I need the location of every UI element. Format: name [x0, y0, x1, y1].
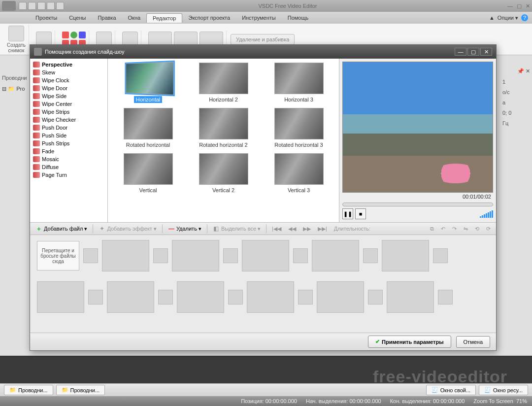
nav-first-button[interactable]: |◀◀ [269, 225, 284, 233]
transition-item[interactable]: Wipe Strips [32, 108, 105, 116]
tab-explorer-2[interactable]: 📁 Проводни... [56, 385, 105, 395]
add-effect-button[interactable]: ✦Добавить эффект ▾ [96, 224, 159, 233]
gallery-item[interactable]: Rotated horizontal [112, 108, 184, 148]
gallery-item[interactable]: Rotated horizontal 2 [187, 108, 260, 148]
clip-slot[interactable] [317, 281, 364, 313]
minimize-button[interactable]: — [507, 3, 513, 9]
transition-list[interactable]: PerspectiveSkewWipe ClockWipe DoorWipe S… [30, 59, 108, 222]
gallery-item[interactable]: Horizontal 2 [187, 63, 260, 103]
gallery-item[interactable]: Horizontal 3 [263, 63, 335, 103]
menu-editor[interactable]: Редактор [146, 13, 182, 23]
clip-slot[interactable] [172, 240, 219, 271]
transition-item[interactable]: Push Strips [32, 139, 105, 147]
cancel-button[interactable]: Отмена [456, 336, 490, 348]
clip-slot[interactable] [177, 281, 224, 313]
project-tree-root[interactable]: ⊟ 📁 Pro [2, 86, 25, 92]
transition-slot[interactable] [363, 248, 378, 263]
menu-scenes[interactable]: Сцены [63, 13, 92, 22]
transition-slot[interactable] [158, 290, 173, 304]
delete-split-button[interactable]: Удаление и разбивка [231, 34, 295, 45]
drop-hint[interactable]: Перетащите и бросьте файлы сюда [37, 241, 79, 271]
qat-dropdown-icon[interactable] [56, 2, 64, 10]
clip-slot[interactable] [107, 281, 154, 313]
menu-tools[interactable]: Инструменты [236, 13, 282, 22]
pin-icon[interactable]: 📌 ✕ [500, 66, 532, 77]
gallery-item[interactable]: Vertical 3 [263, 153, 335, 194]
help-icon[interactable]: ? [521, 14, 528, 21]
storyboard[interactable]: Перетащите и бросьте файлы сюда [30, 235, 496, 333]
tool-rotate-right-icon[interactable]: ↷ [450, 225, 459, 233]
delete-button[interactable]: —Удалить ▾ [166, 224, 204, 233]
transition-item[interactable]: Fade [32, 147, 105, 155]
menu-edit[interactable]: Правка [92, 13, 122, 22]
gallery-item[interactable]: Rotated horizontal 3 [263, 108, 335, 148]
clip-slot[interactable] [242, 240, 289, 271]
tab-resources[interactable]: 🧾 Окно ресу... [479, 385, 528, 395]
options-menu[interactable]: Опции ▾ [498, 15, 518, 21]
clip-slot[interactable] [247, 281, 294, 313]
add-file-button[interactable]: ＋Добавить файл ▾ [33, 224, 90, 233]
snapshot-button[interactable]: Создать снимок [4, 25, 29, 54]
dialog-maximize-button[interactable]: ▢ [467, 48, 479, 56]
transition-item[interactable]: Push Door [32, 124, 105, 132]
select-all-button[interactable]: ◧Выделить все ▾ [210, 224, 263, 233]
tab-props[interactable]: 🧾 Окно свой... [426, 385, 476, 395]
tool-rotate-left-icon[interactable]: ↶ [438, 225, 448, 233]
transition-item[interactable]: Page Turn [32, 171, 105, 179]
transition-slot[interactable] [83, 248, 98, 263]
clip-slot[interactable] [387, 281, 434, 313]
transition-slot[interactable] [223, 248, 238, 263]
clip-slot[interactable] [312, 240, 359, 271]
pause-button[interactable]: ❚❚ [342, 208, 353, 219]
transition-item[interactable]: Wipe Door [32, 84, 105, 92]
transition-slot[interactable] [88, 290, 103, 304]
transition-slot[interactable] [433, 248, 448, 263]
maximize-button[interactable]: ▢ [517, 3, 522, 9]
dialog-minimize-button[interactable]: — [455, 48, 466, 56]
qat-export-icon[interactable] [47, 2, 55, 10]
transition-item[interactable]: Mosaic [32, 155, 105, 163]
gallery-item[interactable]: Horizontal [112, 63, 184, 103]
timeline[interactable] [0, 356, 532, 383]
clip-slot[interactable] [382, 240, 429, 271]
transition-item[interactable]: Push Side [32, 132, 105, 139]
transition-slot[interactable] [153, 248, 168, 263]
transition-slot[interactable] [438, 290, 453, 304]
nav-prev-button[interactable]: ◀◀ [286, 225, 299, 233]
menu-projects[interactable]: Проекты [30, 13, 63, 22]
apply-button[interactable]: Применить параметры [368, 336, 451, 348]
transition-item[interactable]: Wipe Clock [32, 76, 105, 84]
gallery-item[interactable]: Vertical 2 [187, 153, 260, 194]
clip-slot[interactable] [37, 281, 84, 313]
nav-next-button[interactable]: ▶▶ [300, 225, 313, 233]
transition-item[interactable]: Wipe Checker [32, 116, 105, 124]
gallery-item[interactable]: Vertical [112, 153, 184, 194]
tool-redo-icon[interactable]: ⟳ [484, 225, 493, 233]
transition-item[interactable]: Skew [32, 68, 105, 76]
transition-item[interactable]: Wipe Center [32, 100, 105, 108]
tool-crop-icon[interactable]: ⧉ [428, 225, 436, 233]
transition-item[interactable]: Diffuse [32, 163, 105, 171]
transition-item[interactable]: Wipe Side [32, 92, 105, 100]
qat-open-icon[interactable] [28, 2, 36, 10]
transition-slot[interactable] [228, 290, 243, 304]
nav-last-button[interactable]: ▶▶| [315, 225, 330, 233]
qat-new-icon[interactable] [19, 2, 27, 10]
tab-explorer-1[interactable]: 📁 Проводни... [4, 385, 53, 395]
menu-help[interactable]: Помощь [282, 13, 315, 22]
menu-export[interactable]: Экспорт проекта [182, 13, 236, 22]
menu-windows[interactable]: Окна [122, 13, 147, 22]
tool-undo-icon[interactable]: ⟲ [472, 225, 482, 233]
transition-slot[interactable] [368, 290, 383, 304]
preview-seek-slider[interactable] [342, 203, 493, 206]
close-button[interactable]: ✕ [526, 3, 530, 9]
clip-slot[interactable] [102, 240, 149, 271]
volume-indicator[interactable] [480, 210, 493, 218]
stop-button[interactable]: ■ [355, 208, 366, 219]
dialog-close-button[interactable]: ✕ [480, 48, 492, 56]
qat-save-icon[interactable] [37, 2, 45, 10]
tool-flip-icon[interactable]: ⇋ [461, 225, 470, 233]
transition-slot[interactable] [298, 290, 313, 304]
transition-item[interactable]: Perspective [32, 61, 105, 68]
transition-slot[interactable] [293, 248, 308, 263]
